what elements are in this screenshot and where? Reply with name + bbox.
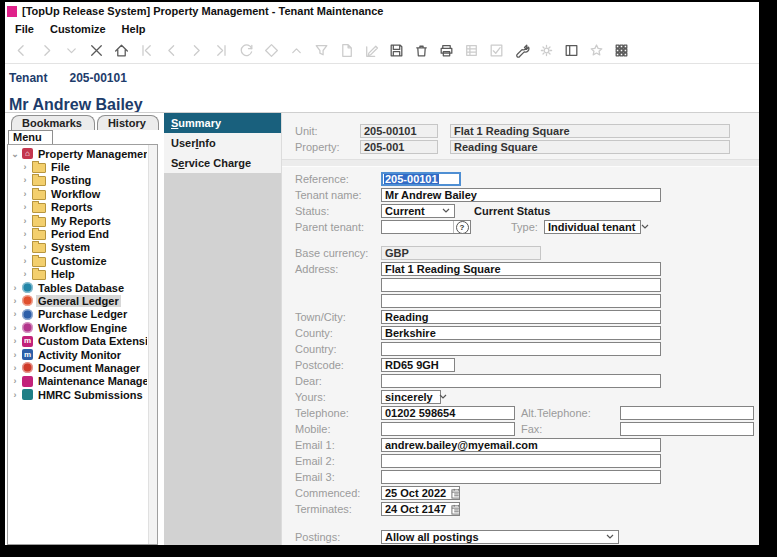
menu-file[interactable]: File [7,23,42,35]
filter-button[interactable] [313,42,330,59]
tools-button[interactable] [513,42,530,59]
tree-item-activity-monitor[interactable]: ›mActivity Monitor [9,348,147,361]
tree-item-property-management[interactable]: ⌄⌂Property Management [9,147,147,160]
parent-tenant-field[interactable]: ? [381,220,471,234]
expand-chevron-icon[interactable]: › [21,242,29,252]
tree-item-workflow[interactable]: ›Workflow [9,187,147,200]
tree-scrollbar[interactable] [148,145,157,544]
home-button[interactable] [113,42,130,59]
expand-chevron-icon[interactable]: › [11,390,19,400]
dear-field[interactable] [381,374,661,388]
alt-telephone-field[interactable] [620,406,754,420]
expand-chevron-icon[interactable]: › [21,162,29,172]
nav-back-button[interactable] [13,42,30,59]
email-2-field[interactable] [381,454,661,468]
tree-item-hmrc-submissions[interactable]: ›HMRC Submissions [9,388,147,401]
terminates-date-field[interactable]: 24 Oct 2147 [381,502,460,516]
postings-select[interactable]: Allow all postings [381,530,619,544]
tree-item-period-end[interactable]: ›Period End [9,227,147,240]
tree-item-custom-data-extensions-s[interactable]: ›mCustom Data Extensions - S [9,334,147,347]
tree-item-system[interactable]: ›System [9,241,147,254]
diamond-button[interactable] [263,42,280,59]
tree-item-reports[interactable]: ›Reports [9,201,147,214]
next-record-button[interactable] [188,42,205,59]
calendar-icon[interactable] [451,504,460,515]
tree-item-customize[interactable]: ›Customize [9,254,147,267]
close-button[interactable] [88,42,105,59]
expand-chevron-icon[interactable]: › [11,350,19,360]
country-field[interactable] [381,342,661,356]
commenced-date-field[interactable]: 25 Oct 2022 [381,486,460,500]
approve-button[interactable] [488,42,505,59]
address-field[interactable]: Flat 1 Reading Square [381,262,661,276]
menu-help[interactable]: Help [114,23,154,35]
tree-item-posting[interactable]: ›Posting [9,174,147,187]
nav-item-summary[interactable]: Summary [164,113,281,133]
tab-menu[interactable]: Menu [8,130,53,144]
telephone-field[interactable]: 01202 598654 [381,406,515,420]
tree-item-file[interactable]: ›File [9,160,147,173]
town-city-field[interactable]: Reading [381,310,661,324]
tree-item-document-manager[interactable]: ›Document Manager [9,361,147,374]
tree-item-general-ledger[interactable]: ›General Ledger [9,294,147,307]
edit-button[interactable] [363,42,380,59]
tree-item-purchase-ledger[interactable]: ›Purchase Ledger [9,308,147,321]
nav-item-user-info[interactable]: User Info [164,133,281,153]
tab-history[interactable]: History [97,115,159,130]
expand-chevron-icon[interactable]: ⌄ [11,149,19,159]
expand-chevron-icon[interactable]: › [11,296,19,306]
expand-chevron-icon[interactable]: › [21,189,29,199]
yours-select[interactable]: sincerely [381,390,441,404]
apps-grid-button[interactable] [613,42,630,59]
tree-item-tables-database[interactable]: ›Tables Database [9,281,147,294]
expand-chevron-icon[interactable]: › [21,269,29,279]
expand-chevron-icon[interactable]: › [21,202,29,212]
expand-chevron-icon[interactable]: › [21,256,29,266]
tree-item-workflow-engine[interactable]: ›Workflow Engine [9,321,147,334]
expand-chevron-icon[interactable]: › [11,283,19,293]
tree-item-my-reports[interactable]: ›My Reports [9,214,147,227]
new-document-button[interactable] [338,42,355,59]
expand-chevron-icon[interactable]: › [11,376,19,386]
print-button[interactable] [438,42,455,59]
dropdown-button[interactable] [63,42,80,59]
email-1-field[interactable]: andrew.bailey@myemail.com [381,438,661,452]
expand-chevron-icon[interactable]: › [21,175,29,185]
nav-item-service-charge[interactable]: Service Charge [164,153,281,173]
expand-chevron-icon[interactable]: › [11,363,19,373]
help-icon[interactable]: ? [456,221,469,234]
county-field[interactable]: Berkshire [381,326,661,340]
save-button[interactable] [388,42,405,59]
address-line-field[interactable] [381,278,661,292]
expand-chevron-icon[interactable]: › [11,336,19,346]
refresh-button[interactable] [238,42,255,59]
tab-bookmarks[interactable]: Bookmarks [11,115,95,130]
settings-button[interactable] [538,42,555,59]
tree-item-maintenance-management[interactable]: ›Maintenance Management [9,375,147,388]
tree-item-help[interactable]: ›Help [9,268,147,281]
reference-field[interactable]: 205-00101 [381,172,461,186]
expand-chevron-icon[interactable]: › [11,323,19,333]
side-panel-button[interactable] [563,42,580,59]
report-button[interactable] [463,42,480,59]
last-record-button[interactable] [213,42,230,59]
email-3-field[interactable] [381,470,661,484]
status-select[interactable]: Current [381,204,455,218]
previous-record-button[interactable] [163,42,180,59]
tenant-name-field[interactable]: Mr Andrew Bailey [381,188,661,202]
menu-customize[interactable]: Customize [42,23,114,35]
fax-field[interactable] [620,422,754,436]
expand-chevron-icon[interactable]: › [21,216,29,226]
calendar-icon[interactable] [451,488,460,499]
first-record-button[interactable] [138,42,155,59]
collapse-up-button[interactable] [288,42,305,59]
postcode-field[interactable]: RD65 9GH [381,358,455,372]
expand-chevron-icon[interactable]: › [11,309,19,319]
expand-chevron-icon[interactable]: › [21,229,29,239]
mobile-field[interactable] [381,422,515,436]
address-line-field[interactable] [381,294,661,308]
delete-button[interactable] [413,42,430,59]
favorite-button[interactable] [588,42,605,59]
nav-forward-button[interactable] [38,42,55,59]
type-select[interactable]: Individual tenant [544,220,641,234]
